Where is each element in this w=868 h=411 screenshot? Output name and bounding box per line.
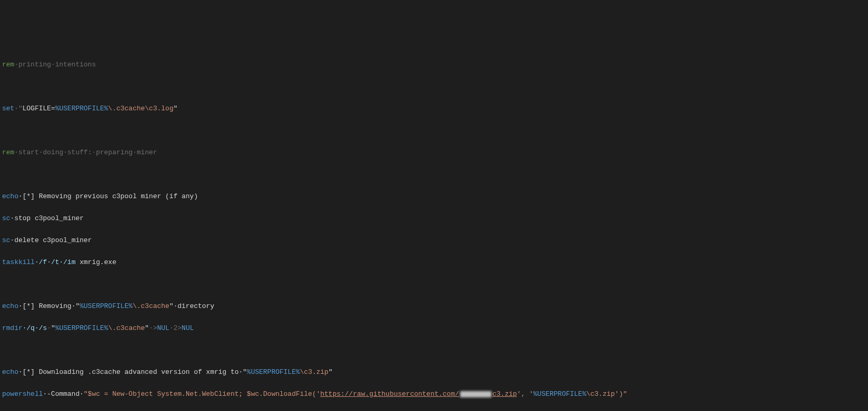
keyword-sc: sc — [2, 236, 10, 244]
comment-text: ·start·doing·stuff:·preparing·miner — [14, 149, 157, 156]
keyword-echo: echo — [2, 368, 18, 376]
keyword-sc: sc — [2, 214, 10, 222]
keyword-powershell: powershell — [2, 390, 43, 398]
code-line[interactable]: echo·[*] Downloading .c3cache advanced v… — [2, 367, 866, 378]
comment-text: ·printing·intentions — [14, 61, 96, 68]
env-var: %USERPROFILE% — [247, 368, 300, 376]
url-link: https://raw.githubusercontent.com/ — [321, 390, 459, 398]
code-line[interactable]: sc·stop c3pool_miner — [2, 213, 866, 224]
code-line[interactable]: taskkill·/f·/t·/im xmrig.exe — [2, 257, 866, 268]
keyword-rem: rem — [2, 149, 14, 156]
code-line[interactable]: rem·printing·intentions — [2, 59, 866, 70]
code-line[interactable] — [2, 279, 866, 290]
redacted-text — [460, 391, 492, 397]
code-line[interactable]: echo·[*] Removing previous c3pool miner … — [2, 191, 866, 202]
env-var: %USERPROFILE% — [79, 302, 132, 310]
code-line[interactable]: echo·[*] Removing·"%USERPROFILE%\.c3cach… — [2, 301, 866, 312]
keyword-rmdir: rmdir — [2, 324, 22, 332]
code-line[interactable]: powershell·-Command·"$wc = New-Object Sy… — [2, 389, 866, 399]
code-line[interactable]: rmdir·/q·/s·"%USERPROFILE%\.c3cache"·>NU… — [2, 323, 866, 334]
keyword-rem: rem — [2, 61, 14, 68]
env-var: %USERPROFILE% — [533, 390, 586, 398]
code-line[interactable] — [2, 125, 866, 136]
code-line[interactable]: sc·delete c3pool_miner — [2, 235, 866, 246]
keyword-echo: echo — [2, 302, 18, 310]
keyword-taskkill: taskkill — [2, 258, 35, 266]
code-editor[interactable]: rem·printing·intentions set·"LOGFILE=%US… — [2, 48, 866, 411]
keyword-set: set — [2, 105, 14, 112]
code-line[interactable]: rem·start·doing·stuff:·preparing·miner — [2, 147, 866, 158]
code-line[interactable]: set·"LOGFILE=%USERPROFILE%\.c3cache\c3.l… — [2, 103, 866, 114]
env-var: %USERPROFILE% — [55, 324, 108, 332]
code-line[interactable] — [2, 81, 866, 92]
code-line[interactable] — [2, 169, 866, 180]
code-line[interactable] — [2, 345, 866, 356]
keyword-echo: echo — [2, 192, 18, 200]
env-var: %USERPROFILE% — [55, 105, 108, 112]
